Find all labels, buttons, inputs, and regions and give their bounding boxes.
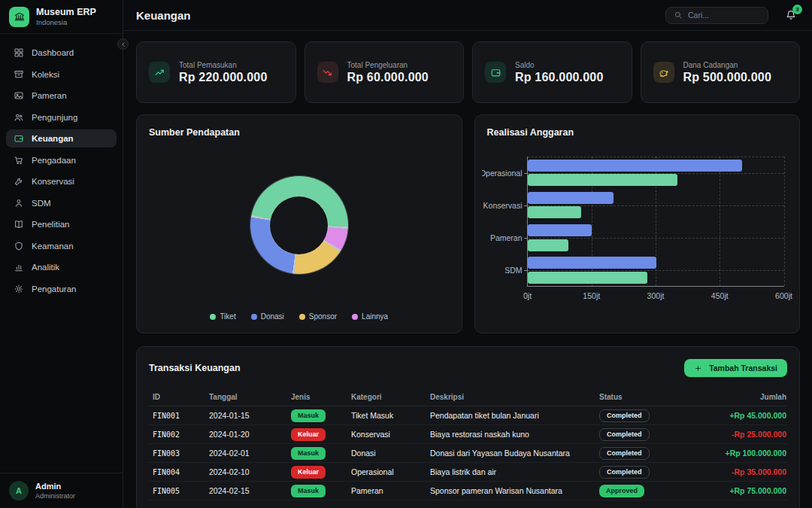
legend-item-tiket: Tiket	[210, 312, 235, 321]
gridline	[528, 238, 784, 239]
sidebar-item-pengadaan[interactable]: Pengadaan	[6, 151, 117, 169]
cell-status: Completed	[599, 428, 712, 441]
search-input[interactable]	[688, 11, 760, 20]
cell-tanggal: 2024-02-15	[209, 486, 291, 495]
user-name: Admin	[35, 482, 75, 492]
table-row-fin004: FIN0042024-02-10KeluarOperasionalBiaya l…	[149, 463, 787, 482]
sidebar-item-pengunjung[interactable]: Pengunjung	[6, 108, 117, 126]
sidebar-item-penelitian[interactable]: Penelitian	[6, 215, 117, 233]
cell-tanggal: 2024-01-15	[209, 411, 291, 420]
donut-hole	[270, 196, 328, 254]
legend-dot	[210, 314, 216, 320]
users-icon	[14, 112, 24, 123]
chevron-left-icon	[120, 41, 127, 48]
bar-konservasi-series-green	[528, 206, 581, 218]
table-header-row: IDTanggalJenisKategoriDeskripsiStatusJum…	[149, 388, 787, 406]
sidebar-item-keamanan[interactable]: Keamanan	[6, 237, 117, 255]
trending-up-icon	[149, 62, 170, 83]
sidebar-item-pameran[interactable]: Pameran	[6, 87, 117, 105]
sidebar-item-label: Pengadaan	[32, 156, 76, 165]
cell-status: Completed	[599, 447, 712, 460]
notifications-button[interactable]: 3	[785, 9, 797, 21]
gridline	[528, 157, 784, 157]
sidebar-item-konservasi[interactable]: Konservasi	[6, 172, 117, 190]
cell-kategori: Tiket Masuk	[351, 411, 430, 420]
sidebar-collapse-button[interactable]	[117, 38, 129, 50]
user-row[interactable]: A Admin Administrator	[0, 473, 123, 508]
avatar: A	[9, 481, 29, 500]
table-row-fin005: FIN0052024-02-15MasukPameranSponsor pame…	[149, 482, 787, 500]
table-row-fin001: FIN0012024-01-15MasukTiket MasukPendapat…	[149, 406, 787, 425]
cell-jenis: Masuk	[291, 409, 351, 422]
stat-label: Total Pemasukan	[179, 61, 268, 69]
gear-icon	[14, 284, 24, 294]
cell-deskripsi: Biaya listrik dan air	[430, 467, 599, 476]
stat-value: Rp 160.000.000	[515, 71, 604, 84]
bar-pameran-series-green	[528, 239, 568, 251]
cell-kategori: Donasi	[351, 449, 430, 458]
transactions-table: IDTanggalJenisKategoriDeskripsiStatusJum…	[149, 388, 787, 500]
cell-deskripsi: Pendapatan tiket bulan Januari	[430, 411, 599, 420]
cell-id: FIN004	[149, 468, 209, 476]
topbar: Keuangan 3	[124, 0, 812, 31]
sidebar-item-pengaturan[interactable]: Pengaturan	[6, 280, 117, 298]
cell-kategori: Konservasi	[351, 430, 430, 439]
image-icon	[14, 90, 24, 101]
status-badge: Completed	[599, 409, 650, 422]
cell-tanggal: 2024-01-20	[209, 430, 291, 439]
status-badge: Completed	[599, 447, 650, 460]
grid-icon	[14, 47, 24, 58]
search-box[interactable]	[665, 7, 768, 24]
add-transaction-button[interactable]: Tambah Transaksi	[684, 359, 787, 377]
cell-id: FIN001	[149, 412, 209, 420]
cell-jenis: Keluar	[291, 466, 351, 479]
jenis-pill: Masuk	[291, 409, 326, 422]
y-category-label: Operasional	[482, 168, 523, 178]
sidebar-item-label: Dashboard	[32, 48, 74, 57]
status-badge: Completed	[599, 466, 650, 479]
content: Total PemasukanRp 220.000.000Total Penge…	[124, 31, 812, 508]
stat-card: SaldoRp 160.000.000	[472, 41, 632, 103]
cell-status: Completed	[599, 466, 712, 479]
stat-cards-row: Total PemasukanRp 220.000.000Total Penge…	[136, 41, 800, 103]
main-area: Keuangan 3 Total PemasukanRp 220.000.000…	[124, 0, 812, 508]
status-badge: Completed	[599, 428, 650, 441]
app-name: Museum ERP	[36, 7, 96, 18]
sidebar-item-label: Pameran	[32, 91, 67, 100]
cart-icon	[14, 155, 24, 166]
shield-icon	[14, 241, 24, 251]
cell-jumlah: -Rp 35.000.000	[712, 467, 787, 476]
app-title-block: Museum ERP Indonesia	[36, 7, 96, 26]
sidebar-item-sdm[interactable]: SDM	[6, 194, 117, 212]
bar-konservasi-series-blue	[528, 192, 614, 204]
cell-jenis: Masuk	[291, 485, 351, 497]
bar-chart: 0jt150jt300jt450jt600jtOperasionalKonser…	[527, 157, 784, 287]
sidebar-item-koleksi[interactable]: Koleksi	[6, 65, 117, 84]
panel-title: Realisasi Anggaran	[475, 115, 800, 138]
app-logo-row: Museum ERP Indonesia	[0, 0, 123, 34]
stat-card: Total PemasukanRp 220.000.000	[136, 41, 296, 103]
column-header-status: Status	[599, 393, 712, 401]
status-badge: Approved	[599, 485, 644, 497]
cell-tanggal: 2024-02-10	[209, 467, 291, 476]
trending-down-icon	[317, 62, 338, 83]
column-header-kategori: Kategori	[351, 393, 430, 401]
cell-status: Completed	[599, 409, 712, 422]
transactions-title: Transaksi Keuangan	[149, 363, 241, 373]
cell-id: FIN003	[149, 449, 209, 458]
sidebar-item-dashboard[interactable]: Dashboard	[6, 44, 117, 62]
notification-badge: 3	[792, 5, 802, 14]
stat-value: Rp 220.000.000	[179, 71, 268, 84]
cell-kategori: Pameran	[351, 486, 430, 495]
sidebar-item-keuangan[interactable]: Keuangan	[6, 129, 117, 148]
stat-label: Saldo	[515, 61, 604, 69]
sidebar-item-analitik[interactable]: Analitik	[6, 258, 117, 276]
bar-operasional-series-green	[528, 174, 678, 186]
cell-jumlah: +Rp 100.000.000	[712, 449, 787, 458]
sidebar: Museum ERP Indonesia DashboardKoleksiPam…	[0, 0, 123, 508]
bar-operasional-series-blue	[528, 160, 742, 172]
sidebar-item-label: Pengunjung	[32, 113, 77, 122]
column-header-tanggal: Tanggal	[209, 393, 291, 401]
user-role: Administrator	[35, 492, 75, 500]
cell-tanggal: 2024-02-01	[209, 449, 291, 458]
